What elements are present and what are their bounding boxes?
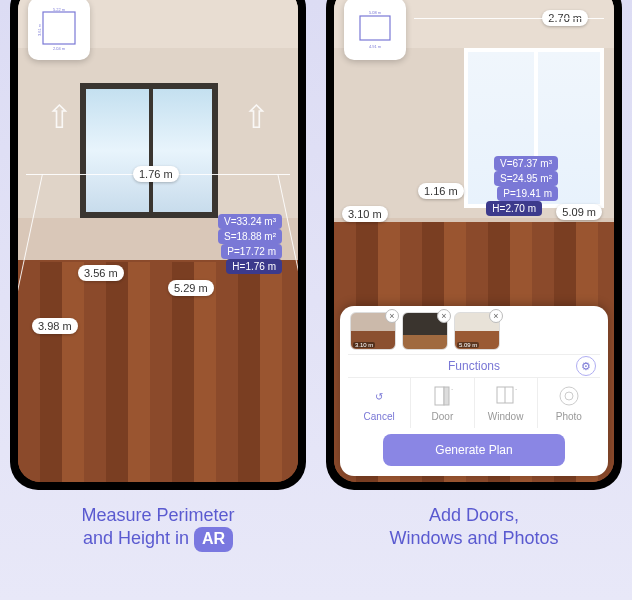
functions-header: Functions ⚙ [348,354,600,378]
camera-icon [557,384,581,408]
photo-button[interactable]: Photo [538,378,600,428]
svg-text:2.04 m: 2.04 m [53,46,66,51]
door-icon: + [430,384,454,408]
stat-area: S=24.95 m² [494,171,558,186]
phone-frame: 5.08 m 4.91 m 2.70 m 1.16 m 3.10 m 5.09 … [326,0,622,490]
ar-screen[interactable]: 5.08 m 4.91 m 2.70 m 1.16 m 3.10 m 5.09 … [334,0,614,482]
svg-text:5.08 m: 5.08 m [369,10,382,15]
minimap[interactable]: 5.22 m 3.61 m 2.04 m [28,0,90,60]
thumb[interactable]: 5.09 m × [454,312,500,350]
width-label: 1.76 m [133,166,179,182]
minimap[interactable]: 5.08 m 4.91 m [344,0,406,60]
generate-plan-button[interactable]: Generate Plan [383,434,564,466]
svg-point-13 [560,387,578,405]
window-button[interactable]: + Window [475,378,538,428]
close-icon[interactable]: × [437,309,451,323]
door-button[interactable]: + Door [411,378,474,428]
functions-card: 3.10 m × × 5.09 m × Functions ⚙ [340,306,608,476]
dim-a: 3.56 m [78,265,124,281]
caption: Measure Perimeter and Height in AR [81,504,234,552]
window-icon: + [494,384,518,408]
phone-frame: 5.22 m 3.61 m 2.04 m ⇧ ⇧ 1.76 m V=33.24 … [10,0,306,490]
thumb[interactable]: × [402,312,448,350]
right-label: 5.09 m [556,204,602,220]
caption: Add Doors, Windows and Photos [389,504,558,551]
up-arrow-icon: ⇧ [243,98,270,136]
dim-b: 5.29 m [168,280,214,296]
stat-height: H=2.70 m [486,201,542,216]
stat-perimeter: P=17.72 m [221,244,282,259]
svg-text:+: + [515,385,517,394]
stat-height: H=1.76 m [226,259,282,274]
ar-screen[interactable]: 5.22 m 3.61 m 2.04 m ⇧ ⇧ 1.76 m V=33.24 … [18,0,298,482]
svg-text:5.22 m: 5.22 m [53,7,66,12]
up-arrow-icon: ⇧ [46,98,73,136]
svg-rect-0 [43,12,75,44]
stat-volume: V=67.37 m³ [494,156,558,171]
svg-point-14 [565,392,573,400]
left-label: 3.10 m [342,206,388,222]
stat-area: S=18.88 m² [218,229,282,244]
svg-text:4.91 m: 4.91 m [369,44,382,49]
cancel-button[interactable]: ↺ Cancel [348,378,411,428]
gear-icon[interactable]: ⚙ [576,356,596,376]
stat-volume: V=33.24 m³ [218,214,282,229]
thumb[interactable]: 3.10 m × [350,312,396,350]
svg-rect-4 [360,16,390,40]
close-icon[interactable]: × [385,309,399,323]
dim-c: 3.98 m [32,318,78,334]
ar-badge: AR [194,527,233,552]
close-icon[interactable]: × [489,309,503,323]
mid-label: 1.16 m [418,183,464,199]
panel-add: 5.08 m 4.91 m 2.70 m 1.16 m 3.10 m 5.09 … [316,0,632,600]
svg-text:3.61 m: 3.61 m [37,23,42,36]
thumbnails: 3.10 m × × 5.09 m × [348,312,600,350]
svg-rect-7 [435,387,444,405]
panel-measure: 5.22 m 3.61 m 2.04 m ⇧ ⇧ 1.76 m V=33.24 … [0,0,316,600]
stat-perimeter: P=19.41 m [497,186,558,201]
svg-text:+: + [451,385,453,394]
svg-rect-8 [444,387,449,405]
sliding-door [80,83,218,218]
undo-icon: ↺ [367,384,391,408]
